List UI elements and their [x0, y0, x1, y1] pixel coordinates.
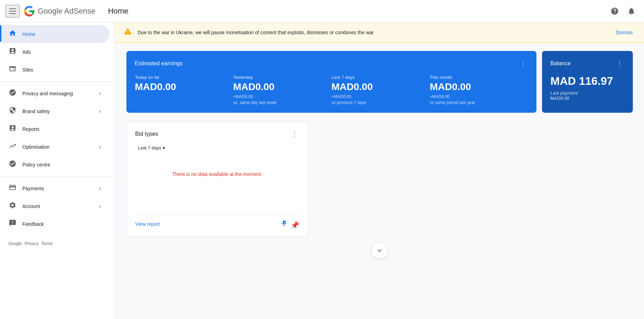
bid-timerange-selector[interactable]: Last 7 days ▾ — [135, 144, 299, 152]
chevron-down-icon — [375, 246, 384, 255]
bid-timerange-label: Last 7 days — [138, 145, 161, 150]
account-icon — [8, 201, 17, 211]
bid-types-header: Bid types ⋮ — [135, 128, 299, 140]
sidebar-item-account-label: Account — [22, 203, 40, 209]
earnings-7days-value: MAD0.00 — [331, 81, 424, 92]
sidebar: Home Ads Sites — [0, 0, 115, 319]
view-report-button[interactable]: View report — [135, 220, 160, 228]
sidebar-item-reports-label: Reports — [22, 126, 39, 132]
sidebar-footer: Google Privacy Terms — [0, 236, 115, 252]
account-chevron-icon: › — [99, 202, 101, 210]
cards-row: Estimated earnings ⋮ Today so far MAD0.0… — [126, 51, 633, 113]
sidebar-item-brand-safety[interactable]: Brand safety › — [0, 102, 109, 120]
optimisation-chevron-icon: › — [99, 143, 101, 150]
alert-banner: Due to the war in Ukraine, we will pause… — [115, 22, 644, 43]
balance-last-payment-value: MAD0.00 — [550, 96, 624, 101]
sidebar-item-ads-label: Ads — [22, 49, 31, 55]
sidebar-item-reports[interactable]: Reports — [0, 120, 109, 138]
earnings-yesterday-value: MAD0.00 — [233, 81, 326, 92]
estimated-earnings-card: Estimated earnings ⋮ Today so far MAD0.0… — [126, 51, 536, 113]
top-bar-right — [608, 4, 638, 18]
sidebar-item-privacy-label: Privacy and messaging — [22, 91, 73, 96]
footer-privacy-link[interactable]: Privacy — [25, 241, 38, 246]
pin-button[interactable]: 📌 — [280, 219, 299, 229]
earnings-yesterday-label: Yesterday — [233, 75, 326, 80]
balance-last-payment-label: Last payment — [550, 90, 624, 96]
brand-safety-icon — [8, 106, 17, 116]
sidebar-item-privacy[interactable]: Privacy and messaging › — [0, 84, 109, 102]
earnings-today-label: Today so far — [135, 75, 228, 80]
earnings-thismonth-sub: +MAD0.00vs same period last year — [430, 94, 523, 106]
sidebar-divider-1 — [0, 81, 115, 82]
sidebar-divider-2 — [0, 176, 115, 177]
bid-chart-area — [135, 191, 299, 212]
app-title: Google AdSense — [38, 7, 95, 16]
footer-google-link[interactable]: Google — [8, 241, 22, 246]
sidebar-item-brand-safety-label: Brand safety — [22, 109, 50, 114]
logo: Google AdSense — [24, 6, 95, 17]
bid-types-title: Bid types — [135, 131, 158, 137]
policy-icon — [8, 160, 17, 169]
top-bar-left: Google AdSense Home — [6, 5, 129, 17]
payments-icon — [8, 184, 17, 193]
warning-icon — [124, 27, 132, 37]
earnings-thismonth-label: This month — [430, 75, 523, 80]
sidebar-item-ads[interactable]: Ads — [0, 43, 109, 61]
dismiss-button[interactable]: Dismiss — [613, 28, 636, 37]
balance-card-title: Balance — [550, 60, 571, 67]
reports-icon — [8, 124, 17, 134]
sidebar-item-policy-label: Policy centre — [22, 162, 50, 168]
sidebar-item-payments-label: Payments — [22, 186, 44, 191]
optimisation-icon — [8, 142, 17, 151]
earnings-7days-label: Last 7 days — [331, 75, 424, 80]
earnings-today-value: MAD0.00 — [135, 81, 228, 92]
content-area: Estimated earnings ⋮ Today so far MAD0.0… — [115, 43, 644, 273]
pin-icon — [280, 219, 288, 228]
earnings-card-header: Estimated earnings ⋮ — [135, 58, 528, 69]
footer-terms-link[interactable]: Terms — [41, 241, 53, 246]
earnings-today: Today so far MAD0.00 — [135, 75, 233, 106]
sidebar-item-feedback[interactable]: Feedback — [0, 215, 109, 233]
notifications-button[interactable] — [624, 4, 638, 18]
earnings-grid: Today so far MAD0.00 Yesterday MAD0.00 +… — [135, 75, 528, 106]
sidebar-item-optimisation[interactable]: Optimisation › — [0, 138, 109, 156]
active-indicator — [0, 25, 1, 42]
earnings-yesterday-sub: +MAD0.00vs. same day last week — [233, 94, 326, 106]
ads-icon — [8, 47, 17, 57]
bid-types-card: Bid types ⋮ Last 7 days ▾ There is no da… — [126, 121, 308, 237]
sidebar-item-home-label: Home — [22, 31, 35, 37]
bid-no-data-message: There is no data available at the moment… — [135, 157, 299, 191]
sites-icon — [8, 65, 17, 74]
earnings-thismonth-value: MAD0.00 — [430, 81, 523, 92]
earnings-yesterday: Yesterday MAD0.00 +MAD0.00vs. same day l… — [233, 75, 332, 106]
sidebar-item-sites-label: Sites — [22, 67, 33, 73]
sidebar-item-feedback-label: Feedback — [22, 221, 44, 227]
bid-timerange-chevron-icon: ▾ — [163, 145, 165, 150]
bell-icon — [627, 7, 636, 15]
bid-types-menu-button[interactable]: ⋮ — [290, 128, 299, 140]
sidebar-item-account[interactable]: Account › — [0, 197, 109, 215]
scroll-down-button[interactable] — [371, 242, 388, 259]
balance-menu-button[interactable]: ⋮ — [615, 58, 624, 69]
earnings-menu-button[interactable]: ⋮ — [518, 58, 528, 69]
sidebar-item-sites[interactable]: Sites — [0, 61, 109, 79]
sidebar-item-policy[interactable]: Policy centre — [0, 156, 109, 173]
feedback-icon — [8, 219, 17, 229]
balance-card-header: Balance ⋮ — [550, 58, 624, 69]
sidebar-item-home[interactable]: Home — [0, 25, 109, 43]
home-icon — [8, 29, 17, 39]
hamburger-button[interactable] — [6, 5, 20, 17]
sidebar-nav: Home Ads Sites — [0, 22, 115, 236]
sidebar-item-optimisation-label: Optimisation — [22, 144, 50, 150]
earnings-7days: Last 7 days MAD0.00 +MAD0.00vs previous … — [331, 75, 430, 106]
brand-safety-chevron-icon: › — [99, 107, 101, 115]
balance-card: Balance ⋮ MAD 116.97 Last payment MAD0.0… — [542, 51, 633, 113]
help-button[interactable] — [608, 4, 622, 18]
scroll-down-area — [126, 237, 633, 265]
top-bar: Google AdSense Home — [0, 0, 644, 22]
payments-chevron-icon: › — [99, 185, 101, 192]
help-icon — [610, 7, 619, 15]
sidebar-item-payments[interactable]: Payments › — [0, 179, 109, 197]
earnings-7days-sub: +MAD0.00vs previous 7 days — [331, 94, 424, 106]
main-content: Due to the war in Ukraine, we will pause… — [115, 22, 644, 319]
